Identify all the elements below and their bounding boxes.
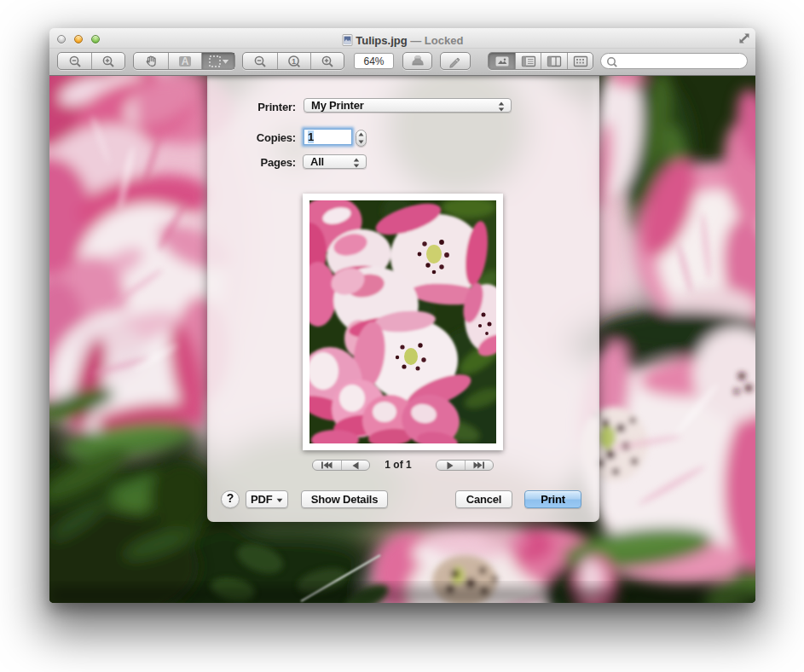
svg-text:1: 1 [292, 56, 296, 65]
svg-text:A: A [182, 55, 189, 67]
